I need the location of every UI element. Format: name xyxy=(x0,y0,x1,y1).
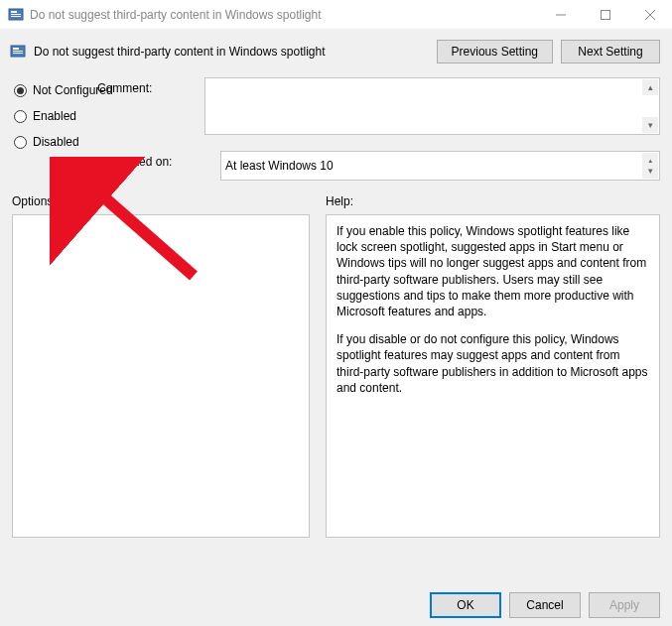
panels: If you enable this policy, Windows spotl… xyxy=(0,214,672,538)
previous-setting-button[interactable]: Previous Setting xyxy=(437,40,553,63)
svg-rect-10 xyxy=(13,51,23,52)
dialog-footer: OK Cancel Apply xyxy=(430,592,660,618)
help-paragraph: If you enable this policy, Windows spotl… xyxy=(336,223,649,319)
options-panel xyxy=(12,214,310,538)
apply-button[interactable]: Apply xyxy=(589,592,660,618)
radio-label: Enabled xyxy=(33,109,76,123)
policy-header: Do not suggest third-party content in Wi… xyxy=(0,30,672,71)
scroll-down-icon[interactable]: ▾ xyxy=(642,117,658,133)
svg-rect-5 xyxy=(601,10,609,19)
comment-label: Comment: xyxy=(97,77,173,95)
supported-textbox: At least Windows 10 ▴ ▾ xyxy=(220,151,660,181)
radio-enabled[interactable]: Enabled xyxy=(14,109,173,123)
close-button[interactable] xyxy=(627,0,672,30)
svg-rect-3 xyxy=(11,16,21,17)
radio-icon xyxy=(14,110,27,123)
state-area: Not Configured Enabled Disabled Comment:… xyxy=(0,71,672,181)
app-icon xyxy=(8,7,24,23)
titlebar: Do not suggest third-party content in Wi… xyxy=(0,0,672,30)
window-controls xyxy=(538,0,672,30)
section-labels: Options: Help: xyxy=(0,181,672,214)
window-title: Do not suggest third-party content in Wi… xyxy=(30,8,538,22)
svg-rect-9 xyxy=(13,48,19,50)
help-panel: If you enable this policy, Windows spotl… xyxy=(326,214,660,538)
options-label: Options: xyxy=(12,194,326,208)
cancel-button[interactable]: Cancel xyxy=(509,592,581,618)
scroll-down-icon[interactable]: ▾ xyxy=(642,163,658,179)
help-paragraph: If you disable or do not configure this … xyxy=(336,331,649,396)
help-label: Help: xyxy=(326,194,660,208)
policy-title: Do not suggest third-party content in Wi… xyxy=(34,45,437,59)
scroll-up-icon[interactable]: ▴ xyxy=(642,79,658,95)
svg-rect-2 xyxy=(11,14,21,15)
svg-rect-1 xyxy=(11,11,17,13)
minimize-button[interactable] xyxy=(538,0,583,30)
comment-textbox[interactable]: ▴ ▾ xyxy=(204,77,660,135)
next-setting-button[interactable]: Next Setting xyxy=(561,40,660,63)
svg-rect-11 xyxy=(13,53,23,54)
supported-value: At least Windows 10 xyxy=(225,159,334,173)
supported-label: Supported on: xyxy=(97,151,189,169)
radio-icon xyxy=(14,136,27,149)
radio-disabled[interactable]: Disabled xyxy=(14,135,173,149)
maximize-button[interactable] xyxy=(583,0,627,30)
policy-icon xyxy=(10,44,26,60)
ok-button[interactable]: OK xyxy=(430,592,501,618)
radio-label: Disabled xyxy=(33,135,79,149)
content-area: Do not suggest third-party content in Wi… xyxy=(0,30,672,626)
radio-icon xyxy=(14,84,27,97)
